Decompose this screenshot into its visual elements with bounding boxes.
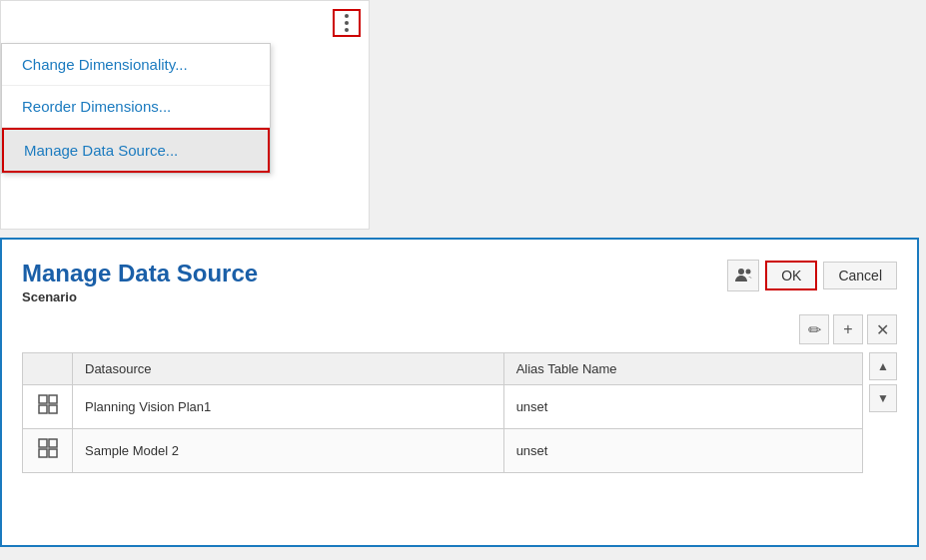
header-actions: OK Cancel [727, 260, 897, 291]
row-1-datasource: Planning Vision Plan1 [73, 385, 504, 429]
svg-rect-6 [39, 439, 47, 447]
cancel-button[interactable]: Cancel [823, 262, 897, 289]
svg-rect-2 [39, 395, 47, 403]
row-2-icon [23, 429, 73, 473]
dropdown-area: Change Dimensionality... Reorder Dimensi… [0, 0, 370, 230]
remove-icon: ✕ [876, 320, 889, 339]
datasource-table: Datasource Alias Table Name Planning Vis [22, 352, 863, 473]
move-down-button[interactable]: ▼ [869, 384, 897, 412]
table-row: Planning Vision Plan1 unset [23, 385, 863, 429]
move-up-button[interactable]: ▲ [869, 352, 897, 380]
datasource-icon-2 [37, 437, 59, 459]
row-2-alias: unset [503, 429, 862, 473]
edit-icon: ✏ [808, 320, 821, 339]
dialog-title-area: Manage Data Source Scenario [22, 260, 258, 304]
col-header-alias: Alias Table Name [503, 353, 862, 385]
col-header-icon [23, 353, 73, 385]
col-header-datasource: Datasource [73, 353, 504, 385]
svg-point-0 [738, 269, 744, 275]
table-row: Sample Model 2 unset [23, 429, 863, 473]
remove-button[interactable]: ✕ [867, 314, 897, 344]
ok-button[interactable]: OK [765, 261, 817, 290]
menu-icon-button[interactable] [333, 9, 361, 37]
row-2-datasource: Sample Model 2 [73, 429, 504, 473]
users-icon [733, 266, 753, 285]
menu-item-manage-data-source[interactable]: Manage Data Source... [2, 128, 270, 173]
dots-icon [345, 14, 349, 32]
manage-data-source-dialog: Manage Data Source Scenario OK Cancel ✏ … [0, 238, 919, 547]
row-1-alias: unset [503, 385, 862, 429]
svg-rect-5 [49, 405, 57, 413]
users-icon-button[interactable] [727, 260, 759, 291]
svg-rect-4 [39, 405, 47, 413]
down-arrow-icon: ▼ [877, 391, 889, 405]
svg-rect-7 [49, 439, 57, 447]
dialog-title: Manage Data Source [22, 260, 258, 287]
add-button[interactable]: + [833, 314, 863, 344]
datasource-icon-1 [37, 393, 59, 415]
menu-item-change-dimensionality[interactable]: Change Dimensionality... [2, 44, 270, 86]
add-icon: + [843, 320, 852, 338]
dropdown-menu: Change Dimensionality... Reorder Dimensi… [1, 43, 271, 174]
row-1-icon [23, 385, 73, 429]
navigation-arrows: ▲ ▼ [869, 352, 897, 473]
dialog-header: Manage Data Source Scenario OK Cancel [22, 260, 897, 304]
edit-button[interactable]: ✏ [799, 314, 829, 344]
menu-item-reorder-dimensions[interactable]: Reorder Dimensions... [2, 86, 270, 128]
svg-rect-3 [49, 395, 57, 403]
table-toolbar: ✏ + ✕ [22, 314, 897, 344]
dialog-subtitle: Scenario [22, 289, 258, 304]
svg-point-1 [746, 270, 751, 275]
svg-rect-9 [49, 449, 57, 457]
svg-rect-8 [39, 449, 47, 457]
table-wrapper: Datasource Alias Table Name Planning Vis [22, 352, 897, 473]
up-arrow-icon: ▲ [877, 359, 889, 373]
